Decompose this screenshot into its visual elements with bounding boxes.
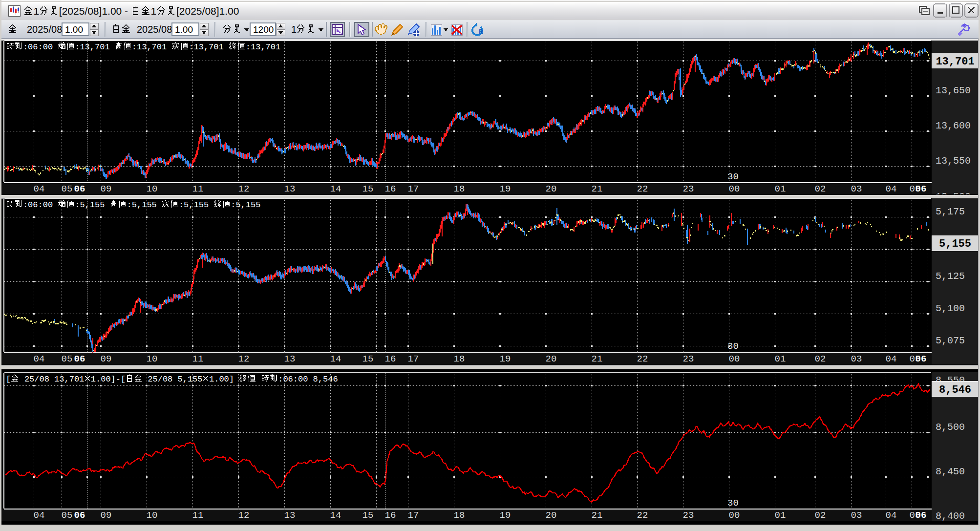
- svg-text::06:00 8,546: :06:00 8,546: [278, 375, 338, 384]
- svg-text:25/08 13,701: 25/08 13,701: [20, 375, 85, 384]
- svg-text:20: 20: [546, 354, 557, 364]
- svg-text:09: 09: [101, 510, 112, 521]
- svg-text:09: 09: [101, 184, 112, 194]
- svg-text:5,075: 5,075: [936, 335, 965, 346]
- svg-text:06: 06: [74, 510, 85, 521]
- svg-text:15: 15: [362, 354, 374, 364]
- svg-text:17: 17: [408, 510, 419, 521]
- svg-text:12: 12: [238, 184, 250, 194]
- svg-text:10: 10: [147, 354, 158, 364]
- svg-text:19: 19: [500, 510, 511, 521]
- svg-text:8,546: 8,546: [939, 384, 971, 396]
- svg-text:13,600: 13,600: [936, 120, 971, 131]
- svg-text::13,701: :13,701: [246, 42, 280, 52]
- svg-text::5,155: :5,155: [75, 200, 109, 210]
- svg-text:20: 20: [546, 510, 557, 521]
- svg-text:04: 04: [34, 510, 45, 521]
- svg-text:16: 16: [385, 354, 396, 364]
- svg-text:13: 13: [284, 184, 296, 194]
- svg-text:13: 13: [284, 354, 296, 364]
- svg-text:00: 00: [729, 184, 740, 194]
- svg-text::13,701: :13,701: [132, 42, 172, 52]
- svg-text:[: [: [6, 375, 11, 384]
- svg-text:11: 11: [192, 510, 204, 521]
- svg-text:30: 30: [727, 341, 739, 352]
- svg-text:01: 01: [775, 354, 786, 364]
- svg-text:25/08 5,155: 25/08 5,155: [143, 375, 202, 384]
- svg-text:R: R: [479, 28, 483, 37]
- svg-text:17: 17: [408, 184, 419, 194]
- svg-text:19: 19: [500, 184, 511, 194]
- svg-text:05: 05: [62, 184, 73, 194]
- svg-text:1: 1: [151, 5, 157, 17]
- svg-text:8,450: 8,450: [936, 466, 965, 477]
- svg-text:22: 22: [637, 184, 648, 194]
- svg-text:1200: 1200: [253, 24, 274, 35]
- svg-text:12: 12: [238, 510, 250, 521]
- svg-text:18: 18: [454, 184, 465, 194]
- svg-text::5,155: :5,155: [179, 200, 213, 210]
- svg-text:04: 04: [886, 510, 897, 521]
- svg-text::5,155: :5,155: [231, 200, 260, 210]
- svg-text::13,701: :13,701: [189, 42, 229, 52]
- svg-text:06: 06: [916, 184, 927, 194]
- svg-text:16: 16: [385, 510, 396, 521]
- svg-text:03: 03: [851, 184, 862, 194]
- svg-text:19: 19: [500, 354, 511, 364]
- svg-text:5,155: 5,155: [939, 238, 971, 250]
- svg-text:1.00: 1.00: [175, 24, 193, 35]
- svg-text:2025/08: 2025/08: [27, 24, 62, 35]
- svg-text:02: 02: [815, 354, 826, 364]
- svg-text:2025/08: 2025/08: [137, 24, 172, 35]
- svg-text:1: 1: [291, 24, 297, 35]
- svg-text:06: 06: [916, 354, 927, 364]
- svg-text:03: 03: [851, 510, 862, 521]
- svg-text:00: 00: [729, 354, 740, 364]
- svg-text:06: 06: [74, 354, 85, 364]
- svg-text:1: 1: [33, 5, 39, 17]
- svg-text:23: 23: [683, 184, 694, 194]
- svg-text:01: 01: [775, 184, 786, 194]
- svg-text:[2025/08]1.00: [2025/08]1.00: [176, 5, 239, 17]
- svg-text::06:00: :06:00: [23, 200, 58, 210]
- svg-text:05: 05: [62, 510, 73, 521]
- svg-text:09: 09: [101, 354, 112, 364]
- svg-text:10: 10: [147, 510, 158, 521]
- svg-text:22: 22: [637, 510, 648, 521]
- svg-text:11: 11: [192, 354, 204, 364]
- svg-text::06:00: :06:00: [23, 42, 58, 52]
- svg-text:13,550: 13,550: [936, 155, 971, 167]
- svg-text:20: 20: [546, 184, 557, 194]
- svg-text:04: 04: [886, 354, 897, 364]
- svg-text:21: 21: [592, 354, 603, 364]
- svg-text:1.00]-[: 1.00]-[: [91, 375, 126, 384]
- svg-text:21: 21: [592, 184, 603, 194]
- svg-text:8,400: 8,400: [936, 510, 965, 522]
- svg-text:04: 04: [34, 184, 45, 194]
- svg-text:03: 03: [851, 354, 862, 364]
- svg-text:13,701: 13,701: [936, 56, 974, 68]
- svg-text:5,125: 5,125: [936, 271, 965, 282]
- svg-text:14: 14: [330, 354, 341, 364]
- svg-text:5,100: 5,100: [936, 303, 965, 314]
- svg-text:30: 30: [727, 171, 739, 182]
- svg-text:01: 01: [775, 510, 786, 521]
- svg-text:15: 15: [362, 510, 374, 521]
- svg-text:13,650: 13,650: [936, 85, 971, 96]
- svg-text:8,500: 8,500: [936, 422, 965, 433]
- svg-text:18: 18: [454, 354, 465, 364]
- svg-text:06: 06: [74, 184, 85, 194]
- svg-text:10: 10: [147, 184, 158, 194]
- svg-text:15: 15: [362, 184, 374, 194]
- svg-text:04: 04: [886, 184, 897, 194]
- svg-text:18: 18: [454, 510, 465, 521]
- svg-text:30: 30: [727, 498, 739, 509]
- svg-text:11: 11: [192, 184, 204, 194]
- svg-text:21: 21: [592, 510, 603, 521]
- svg-text:12: 12: [238, 354, 250, 364]
- svg-text:[2025/08]1.00 -: [2025/08]1.00 -: [59, 5, 131, 17]
- svg-text:14: 14: [330, 510, 341, 521]
- svg-text:16: 16: [385, 184, 396, 194]
- svg-text:17: 17: [408, 354, 419, 364]
- svg-text:22: 22: [637, 354, 648, 364]
